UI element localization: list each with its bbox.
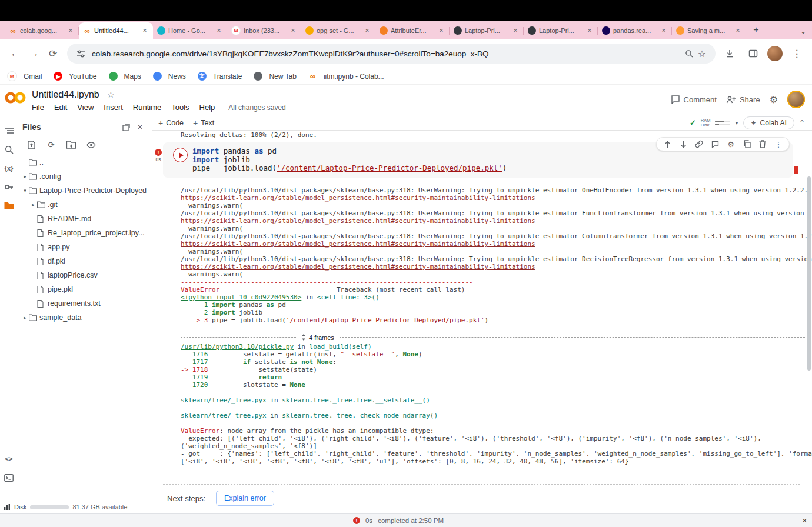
tab-close-icon[interactable]: ✕ [215, 28, 223, 34]
tab-close-icon[interactable]: ✕ [511, 28, 520, 34]
frames-expand-button[interactable]: 4 frames [296, 334, 340, 341]
file-tree-item[interactable]: .. [18, 155, 152, 169]
browser-menu-icon[interactable]: ⋮ [788, 45, 805, 62]
menu-view[interactable]: View [77, 103, 94, 112]
mount-drive-icon[interactable] [65, 139, 78, 151]
status-close-icon[interactable]: ✕ [802, 514, 807, 527]
secrets-key-icon[interactable] [0, 178, 18, 196]
reload-icon[interactable]: ⟳ [45, 45, 61, 62]
move-cell-up-icon[interactable] [663, 139, 672, 149]
notebook-title[interactable]: Untitled44.ipynb [32, 89, 99, 100]
output-link[interactable]: https://scikit-learn.org/stable/model_pe… [181, 263, 535, 271]
tab-close-icon[interactable]: ✕ [734, 28, 742, 34]
notebook-scrollbar[interactable] [807, 176, 811, 371]
browser-tab[interactable]: Laptop-Pri...✕ [450, 22, 524, 39]
close-panel-icon[interactable]: ✕ [133, 121, 147, 133]
file-tree-item[interactable]: README.md [18, 212, 152, 226]
file-tree-item[interactable]: ▸sample_data [18, 311, 152, 325]
browser-tab[interactable]: MInbox (233...✕ [227, 22, 301, 39]
output-link[interactable]: https://scikit-learn.org/stable/model_pe… [181, 240, 535, 248]
chevron-down-icon[interactable]: ▾ [21, 188, 29, 194]
browser-tab[interactable]: Saving a m...✕ [672, 22, 746, 39]
colab-logo-icon[interactable] [5, 91, 26, 105]
copy-cell-icon[interactable] [742, 139, 751, 149]
file-tree-item[interactable]: ▸.git [18, 198, 152, 212]
bookmark-item[interactable]: MGmail [7, 71, 42, 81]
file-tree-item[interactable]: pipe.pkl [18, 282, 152, 296]
tab-close-icon[interactable]: ✕ [66, 28, 75, 34]
browser-tab[interactable]: Laptop-Pri...✕ [524, 22, 598, 39]
output-link[interactable]: https://scikit-learn.org/stable/model_pe… [181, 194, 535, 202]
move-cell-down-icon[interactable] [678, 139, 688, 149]
delete-cell-icon[interactable] [758, 139, 767, 149]
share-button[interactable]: Share [726, 95, 760, 104]
browser-tab[interactable]: opg set - G...✕ [301, 22, 375, 39]
url-text[interactable]: colab.research.google.com/drive/1sYBqjkq… [92, 49, 683, 58]
upload-file-icon[interactable] [25, 139, 38, 151]
runtime-dropdown-icon[interactable]: ▾ [735, 119, 738, 126]
menu-tools[interactable]: Tools [171, 103, 189, 112]
explain-error-button[interactable]: Explain error [216, 491, 274, 506]
file-tree-item[interactable]: ▾Laptop-Price-Predictor-Deployed [18, 184, 152, 198]
save-status[interactable]: All changes saved [228, 104, 285, 112]
file-tree-item[interactable]: laptopPrice.csv [18, 268, 152, 282]
hidden-files-eye-icon[interactable] [85, 139, 98, 151]
bookmark-item[interactable]: ▶YouTube [54, 72, 96, 81]
collapse-header-icon[interactable]: ⌃ [799, 119, 805, 127]
code-snippets-icon[interactable]: <> [0, 449, 18, 468]
tab-close-icon[interactable]: ✕ [289, 28, 297, 34]
file-tree-item[interactable]: requirements.txt [18, 296, 152, 311]
bookmark-item[interactable]: News [153, 72, 186, 81]
back-icon[interactable]: ← [7, 45, 24, 62]
add-text-button[interactable]: + Text [193, 118, 214, 128]
colab-ai-button[interactable]: ✦ Colab AI [743, 116, 794, 129]
tab-close-icon[interactable]: ✕ [437, 28, 445, 34]
tab-close-icon[interactable]: ✕ [363, 28, 371, 34]
add-code-button[interactable]: + Code [158, 118, 184, 128]
resources-labels[interactable]: RAM Disk [701, 118, 711, 128]
files-folder-icon[interactable] [0, 196, 18, 215]
resource-gauges[interactable] [715, 121, 730, 125]
output-link[interactable]: <ipython-input-10-c0d922049530> [181, 293, 301, 301]
file-tree-item[interactable]: app.py [18, 240, 152, 254]
chevron-right-icon[interactable]: ▸ [29, 202, 37, 208]
menu-file[interactable]: File [32, 103, 44, 112]
file-tree-item[interactable]: Re_laptop_price_project.ipy... [18, 226, 152, 240]
browser-profile-avatar[interactable] [767, 46, 783, 61]
tab-close-icon[interactable]: ✕ [141, 28, 149, 34]
menu-help[interactable]: Help [199, 103, 215, 112]
browser-tab[interactable]: ∞colab.goog...✕ [5, 22, 79, 39]
refresh-files-icon[interactable]: ⟳ [45, 139, 58, 151]
site-settings-icon[interactable] [74, 47, 87, 60]
tab-close-icon[interactable]: ✕ [660, 28, 668, 34]
tab-close-icon[interactable]: ✕ [585, 28, 594, 34]
variables-icon[interactable]: {x} [0, 159, 18, 178]
open-panel-in-tab-icon[interactable] [119, 121, 133, 133]
cell-more-options-icon[interactable]: ⋮ [774, 139, 783, 149]
new-tab-button[interactable]: + [748, 22, 764, 38]
frames-toggle[interactable]: 4 frames [181, 332, 812, 342]
cell-settings-gear-icon[interactable]: ⚙ [726, 139, 736, 149]
forward-icon[interactable]: → [26, 45, 42, 62]
colab-profile-avatar[interactable] [787, 91, 805, 108]
bookmark-item[interactable]: Maps [109, 72, 141, 81]
browser-tab[interactable]: ∞Untitled44...✕ [79, 22, 153, 39]
bookmark-item[interactable]: New Tab [254, 72, 296, 81]
copy-link-to-cell-icon[interactable] [694, 139, 704, 149]
output-link[interactable]: https://scikit-learn.org/stable/model_pe… [181, 217, 535, 225]
comment-button[interactable]: Comment [671, 95, 717, 104]
address-bar[interactable]: colab.research.google.com/drive/1sYBqjkq… [67, 44, 716, 64]
browser-tab[interactable]: pandas.rea...✕ [598, 22, 672, 39]
lens-search-icon[interactable] [683, 47, 695, 60]
bookmark-star-icon[interactable]: ☆ [695, 47, 708, 60]
file-tree-item[interactable]: ▸.config [18, 169, 152, 184]
chevron-right-icon[interactable]: ▸ [21, 174, 29, 179]
menu-edit[interactable]: Edit [54, 103, 67, 112]
menu-insert[interactable]: Insert [104, 103, 123, 112]
output-link[interactable]: /usr/lib/python3.10/pickle.py [181, 343, 294, 351]
terminal-icon[interactable] [0, 468, 18, 487]
bookmark-item[interactable]: 文Translate [198, 72, 242, 81]
bookmark-item[interactable]: ∞iitm.ipynb - Colab... [308, 72, 384, 81]
side-panel-icon[interactable] [745, 45, 761, 62]
run-cell-button[interactable] [173, 148, 188, 162]
